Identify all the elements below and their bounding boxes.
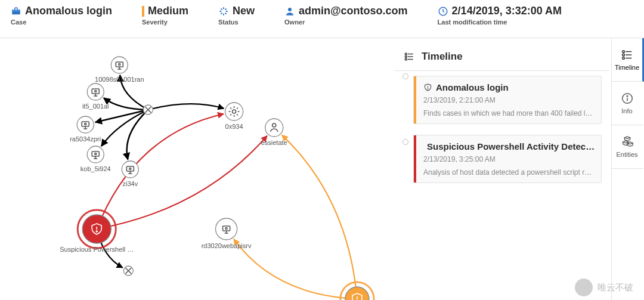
- case-label: Case: [11, 18, 112, 26]
- svg-point-71: [622, 54, 624, 56]
- owner-value: admin@contoso.com: [299, 5, 408, 17]
- graph-node-host[interactable]: [122, 161, 138, 178]
- header-severity: Medium Severity: [142, 5, 188, 26]
- severity-value: Medium: [148, 5, 188, 17]
- tab-label: Info: [621, 107, 632, 115]
- header-owner: admin@contoso.com Owner: [284, 5, 408, 26]
- graph-node-expand[interactable]: [123, 266, 133, 276]
- timeline-node: [402, 73, 408, 79]
- graph-node-label: zi34v: [122, 180, 138, 187]
- svg-line-6: [221, 8, 222, 10]
- graph-node-label: 10098s01001ran: [95, 76, 144, 83]
- alert-summary: Analysis of host data detected a powersh…: [423, 168, 594, 177]
- modified-label: Last modification time: [438, 18, 562, 26]
- timeline-panel: Timeline Anomalous login2/13/2019, 2:21:…: [394, 43, 609, 300]
- graph-edge[interactable]: [127, 110, 148, 159]
- graph-node-label: Suspicious Powershell …: [60, 246, 134, 253]
- svg-line-9: [225, 8, 227, 10]
- timeline-icon: [621, 48, 634, 61]
- timeline-heading: Timeline: [394, 43, 609, 71]
- header-case: Anomalous login Case: [11, 5, 112, 26]
- timeline-icon: [402, 50, 416, 63]
- clock-icon: [438, 6, 448, 17]
- svg-point-61: [405, 56, 407, 58]
- graph-edge[interactable]: [234, 239, 357, 299]
- tab-info[interactable]: Info: [612, 82, 644, 125]
- entities-icon: [621, 135, 634, 149]
- svg-line-7: [225, 13, 227, 14]
- svg-point-70: [622, 51, 624, 53]
- tab-timeline[interactable]: Timeline: [612, 38, 644, 82]
- graph-node-expand[interactable]: [143, 105, 153, 115]
- modified-value: 2/14/2019, 3:32:00 AM: [452, 5, 562, 17]
- tab-label: Entities: [616, 151, 637, 158]
- owner-label: Owner: [284, 18, 408, 26]
- svg-line-8: [221, 13, 222, 14]
- graph-node-process[interactable]: [225, 103, 243, 120]
- severity-label: Severity: [142, 18, 188, 26]
- alert-date: 2/13/2019, 2:21:00 AM: [423, 96, 594, 104]
- svg-point-62: [405, 58, 407, 60]
- alert-title: Anomalous login: [423, 82, 594, 92]
- svg-point-72: [622, 57, 624, 60]
- graph-node-host[interactable]: [87, 83, 104, 100]
- graph-node-host[interactable]: [87, 146, 104, 163]
- alert-title: Suspicious Powershell Activity Detec…: [423, 141, 594, 151]
- timeline-node: [402, 139, 408, 145]
- svg-point-60: [405, 53, 407, 55]
- graph-node-label: essietate: [261, 139, 287, 146]
- status-new-icon: [218, 6, 229, 17]
- graph-node-label: rd3020webapisrv: [202, 242, 252, 249]
- svg-point-78: [627, 96, 627, 97]
- graph-edge[interactable]: [282, 135, 357, 299]
- graph-node-label: 0x934: [225, 123, 243, 130]
- graph-edge[interactable]: [148, 104, 224, 110]
- alert-summary: Finds cases in which we had more than 40…: [423, 109, 594, 117]
- right-rail: Timeline Info Entities: [611, 38, 644, 300]
- svg-rect-1: [12, 10, 20, 11]
- status-value: New: [233, 5, 255, 17]
- briefcase-icon: [11, 6, 21, 17]
- svg-point-10: [288, 8, 292, 11]
- timeline-card[interactable]: Anomalous login2/13/2019, 2:21:00 AMFind…: [413, 76, 602, 124]
- tab-entities[interactable]: Entities: [612, 125, 644, 169]
- header-status: New Status: [218, 5, 255, 26]
- severity-indicator-icon: [142, 6, 144, 17]
- timeline-title: Timeline: [422, 51, 463, 63]
- graph-edge[interactable]: [104, 98, 148, 110]
- graph-node-alert[interactable]: [340, 282, 374, 300]
- header-modified: 2/14/2019, 3:32:00 AM Last modification …: [438, 5, 562, 26]
- status-label: Status: [218, 18, 255, 26]
- alert-date: 2/13/2019, 3:25:00 AM: [423, 155, 594, 163]
- svg-point-42: [265, 119, 283, 137]
- svg-point-40: [225, 103, 243, 120]
- case-title: Anomalous login: [25, 5, 112, 17]
- graph-edge[interactable]: [95, 110, 148, 122]
- investigation-graph[interactable]: 10098s01001ranit5_001alra5034zprikob_5i9…: [0, 38, 394, 300]
- shield-alert-icon: [423, 83, 432, 92]
- info-icon: [621, 92, 634, 105]
- svg-point-47: [96, 231, 97, 232]
- person-icon: [284, 6, 295, 17]
- graph-node-user[interactable]: [265, 119, 283, 137]
- graph-node-host[interactable]: [77, 116, 94, 133]
- graph-node-host[interactable]: [216, 218, 237, 240]
- svg-point-67: [428, 89, 428, 89]
- graph-node-alert[interactable]: [78, 210, 116, 248]
- graph-node-label: ra5034zpri: [70, 135, 101, 143]
- timeline-card[interactable]: Suspicious Powershell Activity Detec…2/1…: [413, 135, 602, 183]
- graph-node-label: kob_5i924: [80, 165, 111, 172]
- tab-label: Timeline: [615, 64, 639, 71]
- graph-node-host[interactable]: [111, 57, 128, 73]
- case-header: Anomalous login Case Medium Severity New…: [0, 0, 644, 38]
- graph-node-label: it5_001al: [82, 103, 109, 110]
